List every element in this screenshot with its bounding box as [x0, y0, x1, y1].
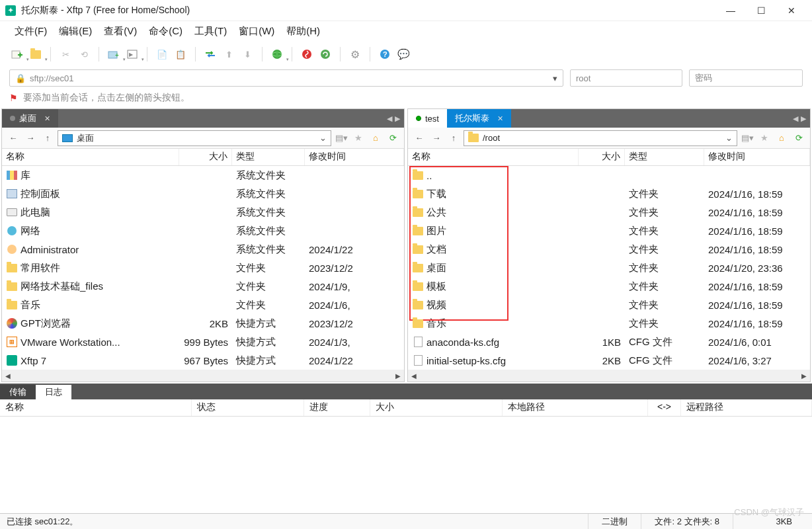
url-input[interactable]: 🔒 sftp://sec01 ▾ — [9, 69, 563, 87]
view-icon[interactable]: ▤▾ — [740, 131, 754, 145]
list-item[interactable]: Xftp 7967 Bytes快捷方式2024/1/22 — [2, 351, 404, 370]
refresh-icon[interactable] — [317, 46, 333, 62]
list-item[interactable]: 网络系统文件夹 — [2, 222, 404, 240]
col-name[interactable]: 名称 — [0, 399, 192, 416]
menu-file[interactable]: 文件(F) — [11, 22, 51, 40]
tab-test[interactable]: test — [408, 109, 447, 128]
nav-up-icon[interactable]: ↑ — [40, 131, 55, 145]
dropdown-icon[interactable]: ⌄ — [319, 133, 327, 143]
menu-help[interactable]: 帮助(H) — [282, 22, 324, 40]
tabs-prev-icon[interactable]: ◀ — [793, 114, 798, 123]
col-size[interactable]: 大小 — [179, 149, 232, 165]
list-item[interactable]: 控制面板系统文件夹 — [2, 184, 404, 203]
tab-transfer[interactable]: 传输 — [0, 385, 36, 399]
list-item[interactable]: 库系统文件夹 — [2, 166, 404, 184]
upload-icon[interactable]: ⬆ — [221, 46, 237, 62]
tabs-next-icon[interactable]: ▶ — [801, 114, 806, 123]
menu-edit[interactable]: 编辑(E) — [55, 22, 96, 40]
list-item[interactable]: anaconda-ks.cfg1KBCFG 文件2024/1/6, 0:01 — [408, 333, 810, 351]
open-icon[interactable] — [28, 46, 44, 62]
list-item[interactable]: 此电脑系统文件夹 — [2, 203, 404, 222]
tabs-prev-icon[interactable]: ◀ — [387, 114, 392, 123]
col-date[interactable]: 修改时间 — [305, 149, 404, 165]
tab-close-icon[interactable]: ✕ — [497, 114, 503, 123]
list-item[interactable]: 公共文件夹2024/1/16, 18:59 — [408, 203, 810, 222]
list-item[interactable]: 视频文件夹2024/1/16, 18:59 — [408, 296, 810, 314]
swirl-icon[interactable] — [299, 46, 315, 62]
menu-tools[interactable]: 工具(T) — [190, 22, 231, 40]
transfer-icon[interactable] — [202, 46, 218, 62]
remote-file-list[interactable]: ..下载文件夹2024/1/16, 18:59公共文件夹2024/1/16, 1… — [408, 166, 810, 370]
nav-up-icon[interactable]: ↑ — [446, 131, 461, 145]
col-remote[interactable]: 远程路径 — [681, 399, 812, 416]
menu-view[interactable]: 查看(V) — [100, 22, 141, 40]
list-item[interactable]: GPT浏览器2KB快捷方式2023/12/2 — [2, 314, 404, 333]
list-item[interactable]: 文档文件夹2024/1/16, 18:59 — [408, 240, 810, 259]
nav-forward-icon[interactable]: → — [23, 131, 38, 145]
list-item[interactable]: 音乐文件夹2024/1/6, — [2, 296, 404, 314]
password-input[interactable]: 密码 — [689, 69, 803, 87]
favorite-icon[interactable]: ★ — [351, 131, 366, 145]
home-icon[interactable]: ⌂ — [368, 131, 383, 145]
chat-icon[interactable]: 💬 — [395, 46, 411, 62]
home-icon[interactable]: ⌂ — [774, 131, 789, 145]
tab-tolstoy[interactable]: 托尔斯泰 ✕ — [447, 109, 511, 128]
col-date[interactable]: 修改时间 — [704, 149, 810, 165]
remote-path-input[interactable]: /root ⌄ — [464, 130, 737, 146]
paste-icon[interactable]: 📋 — [173, 46, 188, 62]
view-icon[interactable]: ▤▾ — [334, 131, 348, 145]
refresh-icon[interactable]: ⟳ — [792, 131, 806, 145]
local-path-input[interactable]: 桌面 ⌄ — [58, 130, 331, 146]
refresh-icon[interactable]: ⟳ — [386, 131, 400, 145]
remote-scrollbar[interactable]: ◀▶ — [408, 370, 810, 382]
list-item[interactable]: Administrator系统文件夹2024/1/22 — [2, 240, 404, 259]
nav-forward-icon[interactable]: → — [429, 131, 444, 145]
menu-command[interactable]: 命令(C) — [145, 22, 186, 40]
list-item[interactable]: 下载文件夹2024/1/16, 18:59 — [408, 184, 810, 203]
disconnect-icon[interactable]: ✂ — [58, 46, 73, 62]
tab-log[interactable]: 日志 — [36, 385, 71, 399]
col-status[interactable]: 状态 — [192, 399, 304, 416]
dropdown-icon[interactable]: ⌄ — [725, 133, 733, 143]
nav-back-icon[interactable]: ← — [412, 131, 426, 145]
settings-icon[interactable]: ⚙ — [347, 46, 363, 62]
help-icon[interactable]: ? — [377, 46, 393, 62]
reconnect-icon[interactable]: ⟲ — [76, 46, 92, 62]
list-item[interactable]: 常用软件文件夹2023/12/2 — [2, 259, 404, 277]
list-item[interactable]: ⊞VMware Workstation...999 Bytes快捷方式2024/… — [2, 333, 404, 351]
col-type[interactable]: 类型 — [625, 149, 704, 165]
user-input[interactable]: root — [570, 69, 682, 87]
local-file-list[interactable]: 库系统文件夹控制面板系统文件夹此电脑系统文件夹网络系统文件夹Administra… — [2, 166, 404, 370]
favorite-icon[interactable]: ★ — [757, 131, 772, 145]
copy-icon[interactable]: 📄 — [154, 46, 170, 62]
tab-desktop[interactable]: 桌面 ✕ — [2, 109, 58, 128]
col-dir[interactable]: <-> — [648, 399, 681, 416]
col-local[interactable]: 本地路径 — [503, 399, 648, 416]
col-size[interactable]: 大小 — [370, 399, 503, 416]
download-icon[interactable]: ⬇ — [239, 46, 255, 62]
list-item[interactable]: 桌面文件夹2024/1/20, 23:36 — [408, 259, 810, 277]
globe-icon[interactable] — [269, 46, 285, 62]
col-name[interactable]: 名称 — [408, 149, 579, 165]
minimize-button[interactable]: — — [715, 1, 746, 20]
dropdown-icon[interactable]: ▾ — [553, 73, 557, 83]
nav-back-icon[interactable]: ← — [6, 131, 20, 145]
close-button[interactable]: ✕ — [776, 1, 807, 20]
local-scrollbar[interactable]: ◀▶ — [2, 370, 404, 382]
tab-close-icon[interactable]: ✕ — [44, 114, 50, 123]
terminal-icon[interactable]: ▶ — [124, 46, 140, 62]
col-size[interactable]: 大小 — [579, 149, 625, 165]
list-item[interactable]: initial-setup-ks.cfg2KBCFG 文件2024/1/6, 3… — [408, 351, 810, 370]
menu-window[interactable]: 窗口(W) — [235, 22, 278, 40]
list-item[interactable]: 音乐文件夹2024/1/16, 18:59 — [408, 314, 810, 333]
list-item[interactable]: .. — [408, 166, 810, 184]
col-name[interactable]: 名称 — [2, 149, 179, 165]
col-progress[interactable]: 进度 — [304, 399, 370, 416]
list-item[interactable]: 图片文件夹2024/1/16, 18:59 — [408, 222, 810, 240]
tabs-next-icon[interactable]: ▶ — [395, 114, 400, 123]
col-type[interactable]: 类型 — [232, 149, 305, 165]
new-session-icon[interactable] — [9, 46, 25, 62]
new-folder-icon[interactable]: + — [106, 46, 122, 62]
list-item[interactable]: 模板文件夹2024/1/16, 18:59 — [408, 277, 810, 296]
maximize-button[interactable]: ☐ — [746, 1, 776, 20]
